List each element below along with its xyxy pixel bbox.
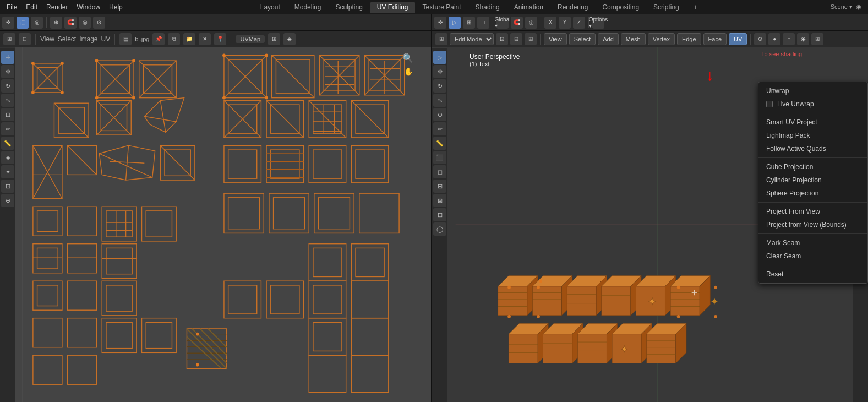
tab-texture-paint[interactable]: Texture Paint <box>416 2 468 13</box>
proportional-btn[interactable]: ◎ <box>79 17 91 29</box>
select-nav-btn[interactable]: Select <box>569 33 596 45</box>
uv-unknown3[interactable]: ⊡ <box>1 180 14 193</box>
viewport-options[interactable]: Options ▾ <box>592 17 604 29</box>
live-unwrap-item[interactable]: Live Unwrap <box>758 97 867 111</box>
vp-mode-icons[interactable]: ⊡ <box>496 33 508 45</box>
vp-sphere-tool[interactable]: ◯ <box>433 222 446 236</box>
view-nav-btn[interactable]: View <box>544 33 567 45</box>
menu-render[interactable]: Render <box>42 2 72 12</box>
tab-scripting[interactable]: Scripting <box>647 2 686 13</box>
view-label[interactable]: View <box>40 35 54 43</box>
uv-unknown4[interactable]: ⊕ <box>1 194 14 207</box>
sphere-proj-item[interactable]: Sphere Projection <box>758 187 867 200</box>
uv-measure-tool[interactable]: 📏 <box>1 137 14 150</box>
vp-select-btn[interactable]: ▷ <box>449 17 461 29</box>
project-view-item[interactable]: Project From View <box>758 205 867 218</box>
uv-nav-btn[interactable]: UV <box>729 33 747 45</box>
vp-mode-icons2[interactable]: ⊟ <box>510 33 522 45</box>
vp-viewport-btn[interactable]: ⊞ <box>811 33 823 45</box>
tab-layout[interactable]: Layout <box>254 2 287 13</box>
uv-annotate-tool[interactable]: ✏ <box>1 122 14 135</box>
tab-compositing[interactable]: Compositing <box>596 2 646 13</box>
vp-transform-tool[interactable]: ⊕ <box>433 108 446 121</box>
uv-cursor-tool[interactable]: ✛ <box>1 51 14 64</box>
vp-cube2-tool[interactable]: ◻ <box>433 165 446 178</box>
z-axis-btn[interactable]: Z <box>573 17 585 29</box>
copy-btn[interactable]: ⧉ <box>168 33 180 45</box>
vp-header-icon[interactable]: ⊞ <box>435 33 447 45</box>
cursor-tool-btn[interactable]: ✛ <box>2 17 14 29</box>
tab-add[interactable]: + <box>687 2 704 13</box>
vp-cube5-tool[interactable]: ⊟ <box>433 208 446 221</box>
add-nav-btn[interactable]: Add <box>598 33 619 45</box>
snap-btn[interactable]: 🧲 <box>64 17 77 29</box>
uv-unknown2[interactable]: ✦ <box>1 165 14 178</box>
pivot-btn[interactable]: ⊕ <box>50 17 62 29</box>
vp-annotate-tool[interactable]: ✏ <box>433 122 446 135</box>
vp-scale-tool[interactable]: ⤡ <box>433 94 446 107</box>
vp-measure-tool[interactable]: 📏 <box>433 137 446 150</box>
vp-lasso-btn[interactable]: ⊞ <box>463 17 475 29</box>
select-circle-btn[interactable]: ◎ <box>31 17 43 29</box>
tab-rendering[interactable]: Rendering <box>551 2 594 13</box>
vp-select-tool[interactable]: ▷ <box>433 51 446 64</box>
vp-proportional-btn[interactable]: ◎ <box>525 17 537 29</box>
tab-shading[interactable]: Shading <box>469 2 506 13</box>
project-view-bounds-item[interactable]: Project from View (Bounds) <box>758 218 867 231</box>
vp-box-btn[interactable]: □ <box>477 17 489 29</box>
pin2-btn[interactable]: 📍 <box>214 33 226 45</box>
cylinder-proj-item[interactable]: Cylinder Projection <box>758 173 867 187</box>
mode-dropdown[interactable]: Edit Mode <box>450 33 494 45</box>
vp-snap-btn[interactable]: 🧲 <box>511 17 523 29</box>
menu-edit[interactable]: Edit <box>21 2 42 12</box>
clear-seam-item[interactable]: Clear Seam <box>758 249 867 263</box>
smart-uv-item[interactable]: Smart UV Project <box>758 116 867 129</box>
mark-seam-item[interactable]: Mark Seam <box>758 236 867 249</box>
vp-render-btn[interactable]: ◉ <box>797 33 809 45</box>
uv-move-tool[interactable]: ✥ <box>1 65 14 78</box>
image-display-btn[interactable]: ▤ <box>119 33 132 45</box>
vp-move-tool[interactable]: ✥ <box>433 65 446 78</box>
uv-scale-tool[interactable]: ⤡ <box>1 94 14 107</box>
vp-mode-icons3[interactable]: ⊞ <box>525 33 537 45</box>
select-label[interactable]: Select <box>58 35 76 43</box>
menu-file[interactable]: File <box>2 2 21 12</box>
close-btn[interactable]: ✕ <box>199 33 211 45</box>
vp-overlay-icon[interactable]: ⊙ <box>754 33 766 45</box>
follow-active-item[interactable]: Follow Active Quads <box>758 142 867 155</box>
menu-window[interactable]: Window <box>72 2 105 12</box>
select-box-btn[interactable]: ⬚ <box>17 17 29 29</box>
pin3-btn[interactable]: ⊞ <box>268 33 280 45</box>
live-unwrap-checkbox[interactable] <box>766 101 773 107</box>
vp-cursor-btn[interactable]: ✛ <box>434 17 446 29</box>
mesh-nav-btn[interactable]: Mesh <box>621 33 646 45</box>
vp-cube-tool[interactable]: ⬛ <box>433 151 446 164</box>
y-axis-btn[interactable]: Y <box>559 17 571 29</box>
vp-rotate-tool[interactable]: ↻ <box>433 79 446 93</box>
uv-unknown1[interactable]: ◈ <box>1 151 14 164</box>
tab-sculpting[interactable]: Sculpting <box>329 2 369 13</box>
edge-nav-btn[interactable]: Edge <box>677 33 701 45</box>
cube-proj-item[interactable]: Cube Projection <box>758 160 867 173</box>
vp-shading-wire[interactable]: ○ <box>783 33 795 45</box>
face-nav-btn[interactable]: Face <box>703 33 727 45</box>
tab-animation[interactable]: Animation <box>507 2 550 13</box>
pin4-btn[interactable]: ◈ <box>283 33 296 45</box>
vp-shading-solid[interactable]: ● <box>768 33 780 45</box>
vp-cube4-tool[interactable]: ⊠ <box>433 194 446 207</box>
overlay-btn[interactable]: ⊙ <box>93 17 105 29</box>
hand-icon[interactable]: ✋ <box>404 67 413 76</box>
pin-btn[interactable]: 📌 <box>152 33 165 45</box>
uv-rotate-tool[interactable]: ↻ <box>1 79 14 93</box>
uv-label[interactable]: UV <box>101 35 111 43</box>
x-axis-btn[interactable]: X <box>544 17 556 29</box>
folder-btn[interactable]: 📁 <box>183 33 195 45</box>
vertex-nav-btn[interactable]: Vertex <box>648 33 675 45</box>
reset-item[interactable]: Reset <box>758 268 867 281</box>
uv-transform-tool[interactable]: ⊞ <box>1 108 14 121</box>
tab-uv-editing[interactable]: UV Editing <box>370 2 415 13</box>
menu-help[interactable]: Help <box>105 2 127 12</box>
image-label[interactable]: Image <box>79 35 97 43</box>
vp-global-btn[interactable]: Global ▾ <box>496 17 509 29</box>
lightmap-item[interactable]: Lightmap Pack <box>758 129 867 142</box>
